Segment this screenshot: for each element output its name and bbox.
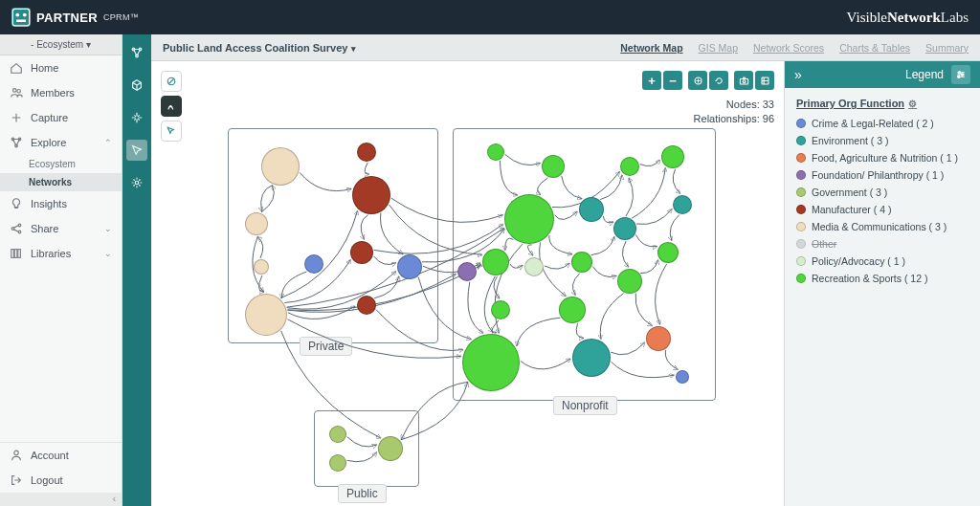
zoom-in-button[interactable]: + — [642, 71, 661, 90]
tab-gis-map[interactable]: GIS Map — [699, 42, 738, 54]
graph-node[interactable] — [491, 300, 510, 319]
sidebar-item-insights[interactable]: Insights — [0, 191, 122, 216]
tab-network-map[interactable]: Network Map — [620, 42, 682, 54]
survey-picker[interactable]: Public Land Access Coalition Survey▾ — [163, 42, 356, 54]
export-button[interactable] — [755, 71, 774, 90]
legend-item-label: Government ( 3 ) — [812, 187, 887, 198]
sidebar-item-account[interactable]: Account — [0, 443, 122, 468]
graph-node[interactable] — [261, 147, 300, 186]
home-icon — [10, 61, 23, 75]
zoom-out-button[interactable]: − — [663, 71, 682, 90]
graph-node[interactable] — [571, 252, 592, 273]
sidebar-item-capture[interactable]: Capture — [0, 105, 122, 130]
cluster-label-nonprofit: Nonprofit — [553, 396, 617, 415]
graph-node[interactable] — [487, 143, 504, 161]
legend-item[interactable]: Crime & Legal-Related ( 2 ) — [796, 115, 969, 132]
legend-item[interactable]: Manufacturer ( 4 ) — [796, 201, 969, 218]
legend-item[interactable]: Recreation & Sports ( 12 ) — [796, 270, 969, 287]
refresh-button[interactable] — [709, 71, 728, 90]
cluster-label-public: Public — [338, 484, 387, 503]
tab-charts-tables[interactable]: Charts & Tables — [839, 42, 910, 54]
mode-label-icon[interactable] — [161, 96, 182, 117]
sidebar-collapse-handle[interactable]: ‹ — [0, 493, 122, 506]
graph-node[interactable] — [304, 254, 323, 274]
legend-item[interactable]: Environment ( 3 ) — [796, 132, 969, 149]
graph-node[interactable] — [254, 259, 269, 275]
legend-header: » Legend — [785, 61, 980, 88]
legend-item[interactable]: Other — [796, 235, 969, 253]
graph-node[interactable] — [620, 157, 639, 176]
project-picker[interactable]: - Ecosystem ▾ — [0, 34, 122, 55]
tool-strip-gear-icon[interactable] — [126, 172, 147, 193]
tool-strip-cube-icon[interactable] — [126, 75, 147, 96]
tool-strip-selector-icon[interactable] — [126, 140, 147, 161]
svg-rect-0 — [12, 9, 30, 26]
fit-button[interactable] — [688, 71, 707, 90]
graph-node[interactable] — [352, 176, 390, 214]
tool-strip-sparkle-icon[interactable] — [126, 107, 147, 128]
graph-node[interactable] — [397, 254, 422, 279]
tool-strip-network-icon[interactable] — [126, 42, 147, 63]
legend-swatch-icon — [796, 222, 806, 231]
sidebar-item-share[interactable]: Share ⌄ — [0, 216, 122, 241]
graph-node[interactable] — [676, 370, 689, 384]
tab-network-scores[interactable]: Network Scores — [753, 42, 824, 54]
snapshot-button[interactable] — [734, 71, 753, 90]
graph-node[interactable] — [542, 155, 565, 178]
graph-node[interactable] — [504, 194, 554, 244]
legend-item[interactable]: Government ( 3 ) — [796, 184, 969, 201]
sidebar-nav: Home Members Capture Explore ⌃ Ecosystem… — [0, 55, 122, 442]
sidebar-item-explore[interactable]: Explore ⌃ — [0, 130, 122, 155]
sidebar-item-logout[interactable]: Logout — [0, 468, 122, 493]
members-icon — [10, 86, 23, 99]
graph-node[interactable] — [378, 436, 403, 461]
legend-settings-icon[interactable] — [951, 65, 970, 84]
graph-node[interactable] — [329, 454, 346, 472]
svg-point-4 — [13, 89, 17, 93]
sidebar-item-home[interactable]: Home — [0, 55, 122, 80]
legend-item-label: Environment ( 3 ) — [812, 135, 889, 146]
legend-item-label: Policy/Advocacy ( 1 ) — [812, 255, 905, 267]
legend-expand-icon[interactable]: » — [794, 67, 810, 82]
legend-item[interactable]: Foundation/ Philanthropy ( 1 ) — [796, 166, 969, 184]
legend-item[interactable]: Food, Agriculture & Nutrition ( 1 ) — [796, 149, 969, 166]
legend-item-label: Recreation & Sports ( 12 ) — [812, 273, 927, 284]
graph-node[interactable] — [357, 143, 376, 162]
network-canvas[interactable]: + − Nodes: 33 Relationships: 96 — [151, 61, 784, 506]
legend-item[interactable]: Media & Communications ( 3 ) — [796, 218, 969, 235]
graph-node[interactable] — [357, 296, 376, 315]
graph-node[interactable] — [657, 242, 679, 263]
legend-swatch-icon — [796, 136, 806, 145]
graph-node[interactable] — [482, 249, 509, 275]
mode-empty-icon[interactable] — [161, 71, 182, 92]
graph-node[interactable] — [661, 145, 684, 168]
sidebar-sub-networks[interactable]: Networks — [0, 173, 122, 191]
graph-node[interactable] — [457, 262, 477, 281]
graph-node[interactable] — [350, 241, 373, 264]
sidebar-label: Explore — [31, 137, 66, 148]
sidebar-sub-ecosystem[interactable]: Ecosystem — [0, 155, 122, 173]
graph-node[interactable] — [524, 257, 544, 276]
sidebar-label: Logout — [31, 474, 63, 486]
sidebar-label: Capture — [31, 112, 68, 123]
legend-gear-icon[interactable]: ⚙ — [908, 99, 917, 109]
account-icon — [10, 449, 23, 462]
legend-item[interactable]: Policy/Advocacy ( 1 ) — [796, 253, 969, 270]
graph-node[interactable] — [579, 197, 604, 222]
graph-node[interactable] — [245, 212, 268, 235]
mode-cursor-icon[interactable] — [161, 121, 182, 142]
graph-node[interactable] — [646, 326, 671, 351]
graph-node[interactable] — [673, 195, 692, 214]
sidebar-item-members[interactable]: Members — [0, 80, 122, 105]
graph-node[interactable] — [613, 217, 636, 240]
graph-node[interactable] — [572, 339, 611, 377]
insights-icon — [10, 197, 23, 210]
graph-node[interactable] — [462, 334, 520, 391]
graph-node[interactable] — [617, 269, 642, 294]
sidebar-item-libraries[interactable]: Libraries ⌄ — [0, 241, 122, 266]
graph-node[interactable] — [245, 294, 287, 336]
tab-summary[interactable]: Summary — [925, 42, 969, 54]
graph-node[interactable] — [559, 297, 586, 323]
graph-node[interactable] — [329, 426, 346, 443]
legend-swatch-icon — [796, 274, 806, 283]
